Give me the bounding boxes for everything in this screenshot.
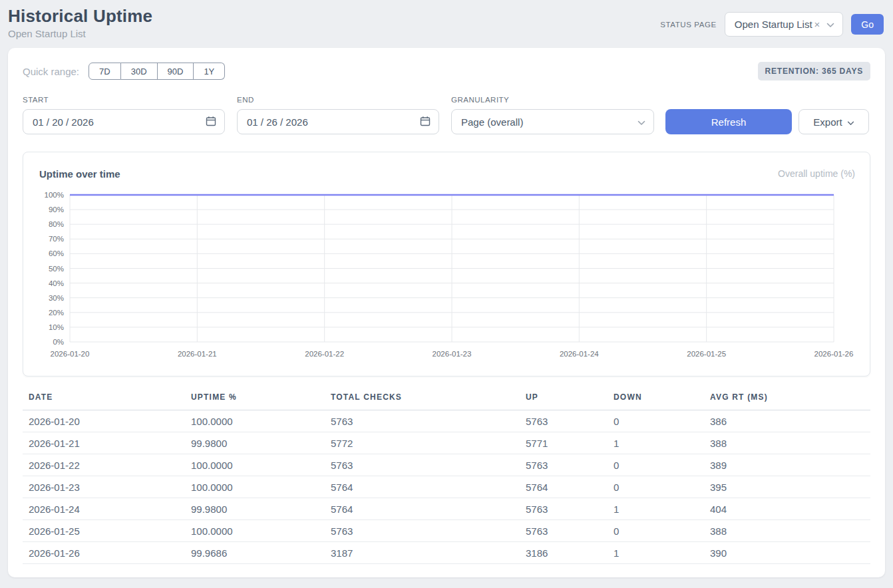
- start-date-label: START: [23, 96, 225, 104]
- table-cell: 0: [608, 410, 704, 432]
- table-cell: 100.0000: [185, 476, 325, 498]
- x-axis-tick-label: 2026-01-24: [560, 350, 599, 358]
- chevron-down-icon: [826, 19, 834, 31]
- table-cell: 99.9800: [185, 498, 325, 520]
- table-cell: 5763: [520, 454, 608, 476]
- table-cell: 2026-01-20: [23, 410, 185, 432]
- table-row: 2026-01-20100.0000576357630386: [23, 410, 870, 432]
- table-cell: 389: [704, 454, 870, 476]
- export-button[interactable]: Export: [799, 109, 869, 134]
- quick-range-button-group: 7D30D90D1Y: [89, 63, 225, 80]
- y-axis-tick-label: 20%: [49, 309, 64, 317]
- y-axis-tick-label: 40%: [49, 279, 64, 287]
- granularity-field: GRANULARITY Page (overall): [451, 96, 654, 134]
- chart-header: Uptime over time Overall uptime (%): [23, 152, 870, 186]
- table-cell: 5764: [325, 476, 520, 498]
- table-cell: 5771: [520, 432, 608, 454]
- y-axis-tick-label: 10%: [49, 323, 64, 331]
- y-axis-tick-label: 0%: [53, 338, 64, 346]
- page-subtitle: Open Startup List: [8, 27, 152, 41]
- quick-range-button-90d[interactable]: 90D: [158, 63, 194, 80]
- x-axis-tick-label: 2026-01-22: [305, 350, 344, 358]
- table-cell: 100.0000: [185, 520, 325, 542]
- calendar-icon[interactable]: [420, 116, 431, 128]
- table-row: 2026-01-2199.9800577257711388: [23, 432, 870, 454]
- table-cell: 2026-01-25: [23, 520, 185, 542]
- table-cell: 2026-01-23: [23, 476, 185, 498]
- chart-legend-label: Overall uptime (%): [778, 168, 855, 179]
- table-cell: 395: [704, 476, 870, 498]
- table-cell: 5772: [325, 432, 520, 454]
- table-cell: 5763: [520, 520, 608, 542]
- uptime-table: DATEUPTIME %TOTAL CHECKSUPDOWNAVG RT (MS…: [23, 392, 870, 564]
- table-cell: 5763: [325, 410, 520, 432]
- table-cell: 5764: [520, 476, 608, 498]
- quick-range-button-7d[interactable]: 7D: [89, 63, 121, 80]
- status-page-selected-value: Open Startup List: [735, 19, 812, 30]
- granularity-label: GRANULARITY: [451, 96, 654, 104]
- table-cell: 390: [704, 542, 870, 564]
- status-page-select[interactable]: Open Startup List ×: [725, 12, 844, 37]
- clear-selection-icon[interactable]: ×: [814, 19, 820, 30]
- x-axis-tick-label: 2026-01-21: [178, 350, 217, 358]
- table-cell: 2026-01-21: [23, 432, 185, 454]
- column-header: TOTAL CHECKS: [325, 392, 520, 410]
- column-header: UPTIME %: [185, 392, 325, 410]
- column-header: AVG RT (MS): [704, 392, 870, 410]
- y-axis-tick-label: 50%: [49, 265, 64, 273]
- table-cell: 100.0000: [185, 454, 325, 476]
- table-cell: 386: [704, 410, 870, 432]
- refresh-button[interactable]: Refresh: [665, 109, 792, 134]
- table-cell: 404: [704, 498, 870, 520]
- quick-range-label: Quick range:: [23, 66, 79, 77]
- table-cell: 99.9686: [185, 542, 325, 564]
- table-cell: 2026-01-26: [23, 542, 185, 564]
- page-header: Historical Uptime Open Startup List STAT…: [0, 0, 893, 48]
- table-cell: 100.0000: [185, 410, 325, 432]
- header-actions: STATUS PAGE Open Startup List × Go: [660, 12, 884, 37]
- chart-title: Uptime over time: [39, 168, 120, 180]
- column-header: DATE: [23, 392, 185, 410]
- table-cell: 3186: [520, 542, 608, 564]
- x-axis-tick-label: 2026-01-20: [51, 350, 90, 358]
- table-cell: 5763: [520, 410, 608, 432]
- column-header: DOWN: [608, 392, 704, 410]
- y-axis-tick-label: 100%: [45, 191, 64, 199]
- table-row: 2026-01-2499.9800576457631404: [23, 498, 870, 520]
- table-cell: 5763: [325, 454, 520, 476]
- table-cell: 1: [608, 498, 704, 520]
- x-axis-tick-label: 2026-01-26: [814, 350, 854, 358]
- table-row: 2026-01-2699.9686318731861390: [23, 542, 870, 564]
- table-cell: 2026-01-22: [23, 454, 185, 476]
- x-axis-tick-label: 2026-01-25: [687, 350, 726, 358]
- calendar-icon[interactable]: [206, 116, 216, 128]
- quick-range-button-30d[interactable]: 30D: [121, 63, 158, 80]
- table-cell: 2026-01-24: [23, 498, 185, 520]
- go-button[interactable]: Go: [851, 14, 884, 35]
- chevron-down-icon: [847, 116, 854, 128]
- export-button-label: Export: [813, 116, 842, 128]
- y-axis-tick-label: 70%: [49, 235, 64, 243]
- status-page-label: STATUS PAGE: [660, 21, 717, 29]
- chevron-down-icon: [637, 116, 645, 128]
- granularity-select[interactable]: Page (overall): [451, 109, 654, 134]
- table-header: DATEUPTIME %TOTAL CHECKSUPDOWNAVG RT (MS…: [23, 392, 870, 410]
- filters-row-dates: START 01 / 20 / 2026 END 01 / 26 / 2026 …: [23, 96, 870, 134]
- quick-range-wrap: Quick range: 7D30D90D1Y: [23, 63, 225, 80]
- x-axis-tick-label: 2026-01-23: [433, 350, 472, 358]
- table-row: 2026-01-22100.0000576357630389: [23, 454, 870, 476]
- table-cell: 388: [704, 520, 870, 542]
- table-cell: 1: [608, 432, 704, 454]
- uptime-line-chart: 0%10%20%30%40%50%60%70%80%90%100%2026-01…: [23, 186, 870, 376]
- table-cell: 99.9800: [185, 432, 325, 454]
- table-cell: 5763: [325, 520, 520, 542]
- end-date-input[interactable]: 01 / 26 / 2026: [237, 109, 439, 134]
- main-panel: Quick range: 7D30D90D1Y RETENTION: 365 D…: [8, 48, 885, 577]
- quick-range-button-1y[interactable]: 1Y: [194, 63, 225, 80]
- end-date-label: END: [237, 96, 439, 104]
- start-date-input[interactable]: 01 / 20 / 2026: [23, 109, 225, 134]
- uptime-chart-card: Uptime over time Overall uptime (%) 0%10…: [23, 152, 870, 376]
- y-axis-tick-label: 60%: [49, 249, 64, 257]
- retention-badge: RETENTION: 365 DAYS: [758, 62, 870, 80]
- end-date-field: END 01 / 26 / 2026: [237, 96, 439, 134]
